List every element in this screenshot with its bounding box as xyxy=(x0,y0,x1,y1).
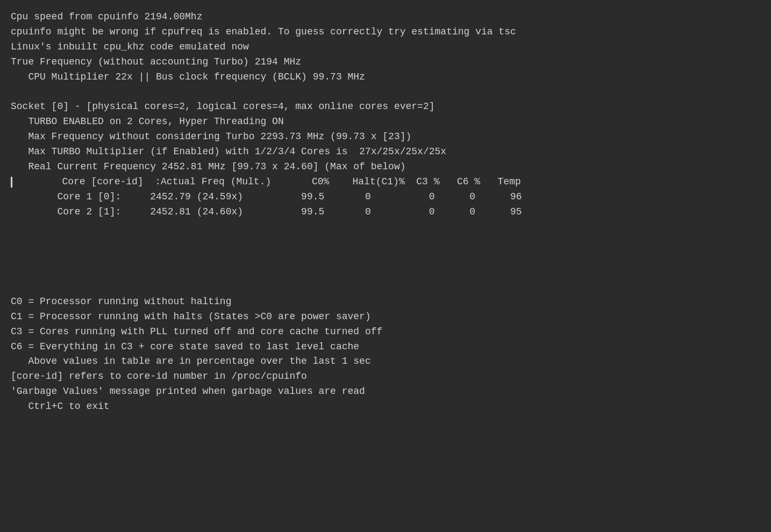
terminal-line: Core 2 [1]: 2452.81 (24.60x) 99.5 0 0 0 … xyxy=(11,205,760,220)
terminal-line: Max TURBO Multiplier (if Enabled) with 1… xyxy=(11,145,760,160)
terminal-line: [core-id] refers to core-id number in /p… xyxy=(11,369,760,384)
terminal-line-text: Core [core-id] :Actual Freq (Mult.) C0% … xyxy=(16,175,521,190)
terminal-line: 'Garbage Values' message printed when ga… xyxy=(11,384,760,399)
terminal-line: Socket [0] - [physical cores=2, logical … xyxy=(11,99,760,114)
terminal-line: TURBO ENABLED on 2 Cores, Hyper Threadin… xyxy=(11,114,760,130)
terminal-line xyxy=(11,249,760,264)
terminal-line: True Frequency (without accounting Turbo… xyxy=(11,55,760,70)
terminal-line: Ctrl+C to exit xyxy=(11,399,760,414)
terminal-line: CPU Multiplier 22x || Bus clock frequenc… xyxy=(11,70,760,85)
terminal-line xyxy=(11,234,760,249)
terminal-line: C0 = Processor running without halting xyxy=(11,294,760,310)
terminal-line: Max Frequency without considering Turbo … xyxy=(11,130,760,145)
terminal-line xyxy=(11,264,760,279)
terminal-line: C6 = Everything in C3 + core state saved… xyxy=(11,340,760,355)
terminal-line: Above values in table are in percentage … xyxy=(11,354,760,369)
terminal-line: Cpu speed from cpuinfo 2194.00Mhz xyxy=(11,10,760,25)
terminal-line xyxy=(11,219,760,234)
terminal-line xyxy=(11,279,760,294)
terminal-line: Core [core-id] :Actual Freq (Mult.) C0% … xyxy=(11,175,760,190)
terminal-line: cpuinfo might be wrong if cpufreq is ena… xyxy=(11,25,760,40)
terminal-line: Core 1 [0]: 2452.79 (24.59x) 99.5 0 0 0 … xyxy=(11,190,760,205)
terminal-line xyxy=(11,84,760,99)
terminal-line: C3 = Cores running with PLL turned off a… xyxy=(11,325,760,340)
terminal-output: Cpu speed from cpuinfo 2194.00Mhzcpuinfo… xyxy=(11,10,760,414)
terminal-line: C1 = Processor running with halts (State… xyxy=(11,310,760,325)
terminal-line: Real Current Frequency 2452.81 MHz [99.7… xyxy=(11,160,760,175)
cursor-indicator xyxy=(11,177,12,188)
terminal-line: Linux's inbuilt cpu_khz code emulated no… xyxy=(11,40,760,55)
